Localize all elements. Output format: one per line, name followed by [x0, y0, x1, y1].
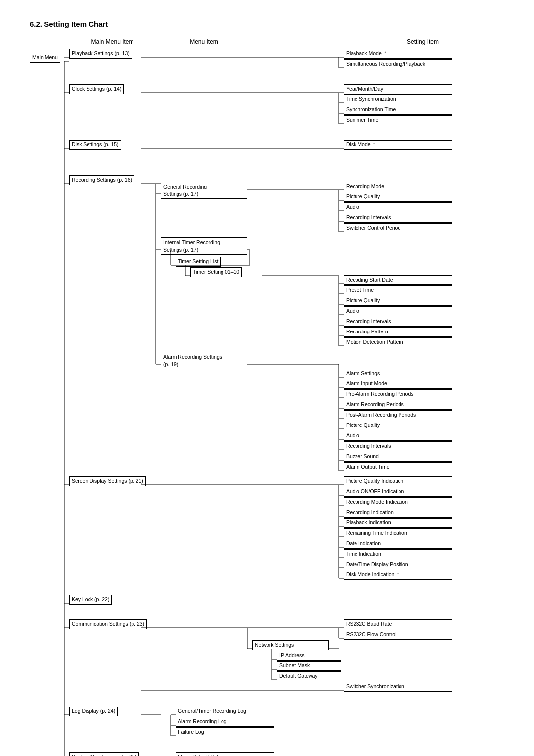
time-synchronization: Time Synchronization: [344, 94, 452, 104]
menu-default-settings: Menu Default Settings: [176, 752, 274, 756]
header-col0: [30, 38, 67, 45]
picture-quality-gen: Picture Quality: [344, 192, 452, 202]
recording-indication: Recording Indication: [344, 508, 452, 518]
recording-mode: Recording Mode: [344, 182, 452, 191]
alarm-input-mode: Alarm Input Mode: [344, 379, 452, 389]
alarm-recording-settings: Alarm Recording Settings(p. 19): [161, 352, 247, 369]
alarm-recording-log: Alarm Recording Log: [176, 717, 274, 727]
network-settings-label: Network Settings: [252, 640, 329, 650]
rs232c-flow-control: RS232C Flow Control: [344, 630, 452, 640]
remaining-time-indication: Remaining Time Indication: [344, 528, 452, 538]
picture-quality-indication: Picture Quality Indication: [344, 476, 452, 486]
general-recording-settings: General RecordingSettings (p. 17): [161, 182, 247, 199]
year-month-day: Year/Month/Day: [344, 84, 452, 94]
failure-log: Failure Log: [176, 727, 274, 737]
picture-quality-timer: Picture Quality: [344, 296, 452, 306]
log-display-item: Log Display (p. 24): [69, 707, 118, 716]
main-menu-box: Main Menu: [30, 53, 60, 63]
preset-time: Preset Time: [344, 285, 452, 295]
header-main-menu-item: Main Menu Item: [67, 38, 158, 45]
recording-mode-indication: Recording Mode Indication: [344, 497, 452, 507]
playback-settings-item: Playback Settings (p. 13): [69, 49, 132, 59]
ip-address: IP Address: [277, 651, 341, 661]
alarm-output-time: Alarm Output Time: [344, 462, 452, 472]
motion-detection-pattern: Motion Detection Pattern: [344, 337, 452, 347]
rs232c-baud-rate: RS232C Baud Rate: [344, 619, 452, 629]
pre-alarm-recording-periods: Pre-Alarm Recording Periods: [344, 389, 452, 399]
recording-settings-item: Recording Settings (p. 16): [69, 175, 134, 185]
recording-pattern: Recording Pattern: [344, 327, 452, 337]
screen-display-settings-item: Screen Display Settings (p. 21): [69, 476, 146, 486]
disk-settings-item: Disk Settings (p. 15): [69, 140, 121, 150]
header-menu-item: Menu Item: [158, 38, 250, 45]
alarm-recording-periods: Alarm Recording Periods: [344, 400, 452, 410]
clock-settings-item: Clock Settings (p. 14): [69, 84, 124, 94]
summer-time: Summer Time: [344, 115, 452, 125]
key-lock-item: Key Lock (p. 22): [69, 595, 112, 605]
playback-mode: Playback Mode *: [344, 49, 452, 59]
buzzer-sound: Buzzer Sound: [344, 452, 452, 462]
audio-alarm: Audio: [344, 431, 452, 441]
date-time-display-position: Date/Time Display Position: [344, 560, 452, 569]
disk-mode-indication: Disk Mode Indication *: [344, 570, 452, 580]
picture-quality-alarm: Picture Quality: [344, 421, 452, 430]
post-alarm-recording-periods: Post-Alarm Recording Periods: [344, 410, 452, 420]
general-timer-recording-log: General/Timer Recording Log: [176, 707, 274, 716]
communication-settings-item: Communication Settings (p. 23): [69, 619, 147, 629]
recording-intervals-gen: Recording Intervals: [344, 213, 452, 223]
header-menu-item2: [250, 38, 341, 45]
timer-setting-01-10: Timer Setting 01–10: [190, 267, 242, 277]
playback-indication: Playback Indication: [344, 518, 452, 528]
simultaneous-recording-playback: Simultaneous Recording/Playback: [344, 59, 452, 69]
internal-timer-recording-settings: Internal Timer RecordingSettings (p. 17): [161, 237, 247, 255]
alarm-settings: Alarm Settings: [344, 369, 452, 378]
switcher-synchronization: Switcher Synchronization: [344, 682, 452, 692]
subnet-mask: Subnet Mask: [277, 661, 341, 671]
recording-intervals-timer: Recording Intervals: [344, 317, 452, 327]
recoding-start-date: Recoding Start Date: [344, 275, 452, 285]
synchronization-time: Synchronization Time: [344, 105, 452, 115]
audio-onoff-indication: Audio ON/OFF Indication: [344, 487, 452, 497]
system-maintenance-item: System Maintenance (p. 25): [69, 752, 139, 756]
timer-setting-list: Timer Setting List: [176, 257, 221, 267]
recording-intervals-alarm: Recording Intervals: [344, 441, 452, 451]
audio-gen: Audio: [344, 202, 452, 212]
date-indication: Date Indication: [344, 539, 452, 549]
audio-timer: Audio: [344, 306, 452, 316]
time-indication: Time Indication: [344, 549, 452, 559]
page-title: 6.2. Setting Item Chart: [30, 20, 504, 28]
header-setting-item: Setting Item: [341, 38, 504, 45]
default-gateway: Default Gateway: [277, 671, 341, 681]
disk-mode: Disk Mode *: [344, 140, 452, 150]
switcher-control-period: Switcher Control Period: [344, 223, 452, 233]
